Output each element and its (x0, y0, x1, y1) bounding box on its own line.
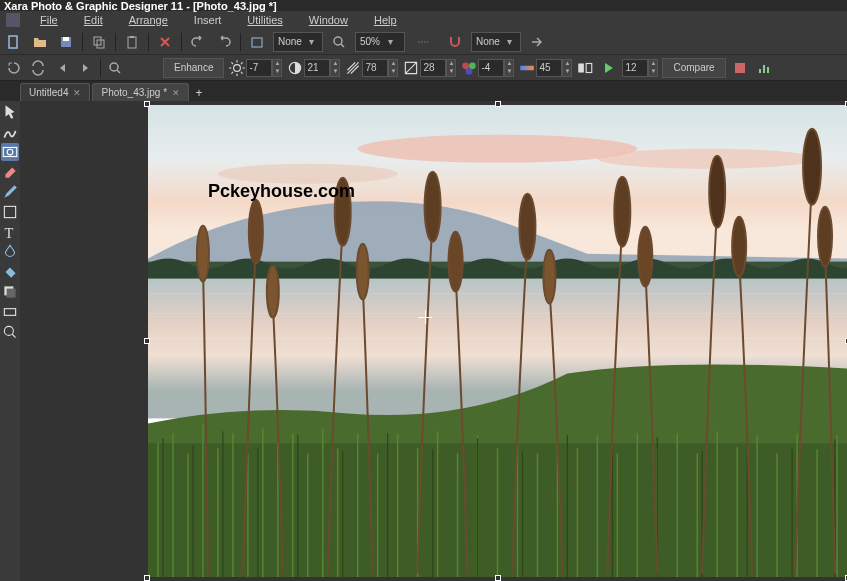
save-button[interactable] (56, 32, 76, 52)
snap-combo[interactable]: None▾ (471, 32, 521, 52)
quality-value: None (278, 36, 302, 47)
contrast-spinner[interactable]: ▲▼ (286, 58, 340, 78)
open-button[interactable] (30, 32, 50, 52)
transparency-tool[interactable] (1, 243, 19, 261)
saturation-spinner[interactable]: ▲▼ (344, 58, 398, 78)
play-button[interactable] (598, 58, 618, 78)
tab-label: Untitled4 (29, 87, 68, 98)
new-tab-button[interactable]: + (191, 85, 207, 101)
svg-point-40 (449, 232, 463, 292)
undo-nav-button[interactable] (4, 58, 24, 78)
svg-point-45 (709, 156, 725, 228)
close-icon[interactable]: ✕ (172, 88, 180, 98)
enhance-button[interactable]: Enhance (163, 58, 224, 78)
undo-button[interactable] (188, 32, 208, 52)
photo-tool[interactable] (1, 143, 19, 161)
svg-point-47 (803, 129, 821, 205)
dropdown-arrow-icon: ▾ (306, 36, 318, 47)
zoom-tool[interactable] (1, 323, 19, 341)
menu-window[interactable]: Window (297, 13, 360, 27)
menu-file[interactable]: File (28, 13, 70, 27)
resize-handle[interactable] (144, 338, 150, 344)
selector-tool[interactable] (1, 103, 19, 121)
svg-point-34 (197, 226, 209, 282)
sharpness-spinner[interactable]: ▲▼ (402, 58, 456, 78)
svg-point-39 (425, 172, 441, 242)
svg-rect-21 (4, 206, 15, 217)
next-button[interactable] (76, 58, 96, 78)
eraser-tool[interactable] (1, 163, 19, 181)
spin-buttons[interactable]: ▲▼ (562, 59, 572, 77)
brightness-spinner[interactable]: ▲▼ (228, 58, 282, 78)
spin-buttons[interactable]: ▲▼ (388, 59, 398, 77)
clipboard-button[interactable] (247, 32, 267, 52)
canvas-viewport[interactable]: Pckeyhouse.com (20, 101, 847, 581)
tab-photo[interactable]: Photo_43.jpg * ✕ (92, 83, 189, 101)
brightness-input[interactable] (246, 59, 272, 77)
spin-buttons[interactable]: ▲▼ (504, 59, 514, 77)
svg-point-26 (4, 326, 13, 335)
compare-button[interactable]: Compare (662, 58, 725, 78)
hue-input[interactable] (478, 59, 504, 77)
spin-buttons[interactable]: ▲▼ (330, 59, 340, 77)
spin-buttons[interactable]: ▲▼ (272, 59, 282, 77)
menu-edit[interactable]: Edit (72, 13, 115, 27)
redo-button[interactable] (214, 32, 234, 52)
quality-combo[interactable]: None▾ (273, 32, 323, 52)
zoom-icon[interactable] (329, 32, 349, 52)
magnet-icon[interactable] (445, 32, 465, 52)
svg-point-12 (463, 62, 470, 69)
shape-tool[interactable] (1, 203, 19, 221)
svg-rect-15 (521, 65, 535, 70)
paste-button[interactable] (122, 32, 142, 52)
freehand-tool[interactable] (1, 123, 19, 141)
noise-input[interactable] (622, 59, 648, 77)
temp-spinner[interactable]: ▲▼ (518, 58, 572, 78)
svg-rect-16 (579, 63, 585, 72)
resize-handle[interactable] (495, 101, 501, 107)
resize-handle[interactable] (144, 101, 150, 107)
text-tool[interactable]: T (1, 223, 19, 241)
resize-handle[interactable] (144, 575, 150, 581)
copy-button[interactable] (89, 32, 109, 52)
noise-spinner[interactable]: ▲▼ (622, 58, 658, 78)
sharpness-input[interactable] (420, 59, 446, 77)
menu-insert[interactable]: Insert (182, 13, 234, 27)
delete-button[interactable] (155, 32, 175, 52)
prev-button[interactable] (52, 58, 72, 78)
spin-buttons[interactable]: ▲▼ (648, 59, 658, 77)
dropdown-arrow-icon: ▾ (384, 36, 396, 47)
menu-utilities[interactable]: Utilities (235, 13, 294, 27)
zoom-combo[interactable]: 50%▾ (355, 32, 405, 52)
spin-buttons[interactable]: ▲▼ (446, 59, 456, 77)
brush-tool[interactable] (1, 183, 19, 201)
svg-rect-2 (63, 37, 69, 41)
fill-tool[interactable] (1, 263, 19, 281)
crossfade-spinner[interactable] (576, 58, 594, 78)
svg-point-30 (597, 149, 817, 169)
shadow-tool[interactable] (1, 283, 19, 301)
zoom-value: 50% (360, 36, 380, 47)
saturation-input[interactable] (362, 59, 388, 77)
tab-untitled[interactable]: Untitled4 ✕ (20, 83, 90, 101)
new-button[interactable] (4, 32, 24, 52)
menu-help[interactable]: Help (362, 13, 409, 27)
svg-point-8 (334, 37, 342, 45)
temp-input[interactable] (536, 59, 562, 77)
contrast-input[interactable] (304, 59, 330, 77)
share-button[interactable] (527, 32, 547, 52)
rectangle-tool[interactable] (1, 303, 19, 321)
levels-button[interactable] (754, 58, 774, 78)
close-icon[interactable]: ✕ (73, 88, 81, 98)
zoom-tool-button[interactable] (105, 58, 125, 78)
svg-point-43 (614, 177, 630, 247)
hue-spinner[interactable]: ▲▼ (460, 58, 514, 78)
menu-arrange[interactable]: Arrange (117, 13, 180, 27)
resize-handle[interactable] (495, 575, 501, 581)
app-icon (6, 13, 20, 27)
canvas[interactable]: Pckeyhouse.com (148, 105, 847, 577)
loop-button[interactable] (28, 58, 48, 78)
window-title: Xara Photo & Graphic Designer 11 - [Phot… (4, 0, 277, 12)
svg-text:T: T (4, 225, 13, 241)
brush-presets-button[interactable] (730, 58, 750, 78)
